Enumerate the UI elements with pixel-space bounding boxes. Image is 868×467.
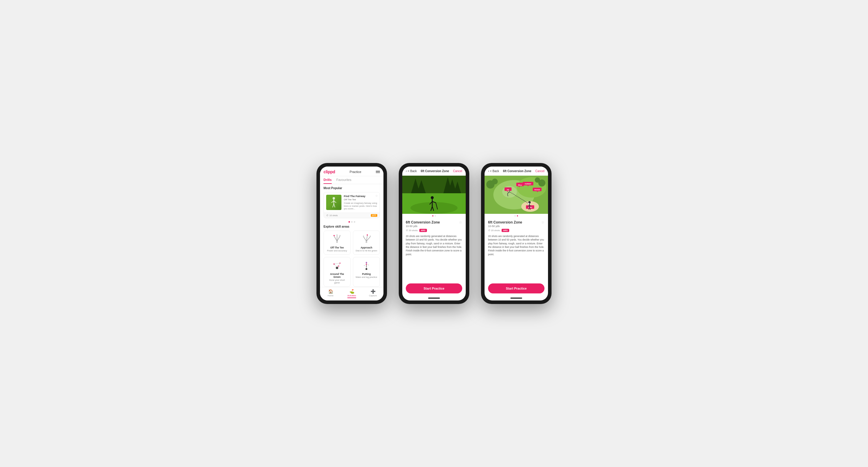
svg-text:SAND: SAND: [528, 206, 532, 208]
nav-home[interactable]: 🏠 Home: [320, 289, 341, 298]
svg-point-17: [363, 236, 364, 237]
start-practice-button-2[interactable]: Start Practice: [488, 283, 545, 293]
drill-category-tag-2: ARG: [502, 229, 509, 232]
svg-point-83: [528, 203, 529, 204]
dot-2[interactable]: [351, 221, 352, 223]
phone-1-screen: clippd Practice Drills Favourites Most P…: [320, 167, 383, 300]
main-content: Most Popular: [320, 184, 383, 287]
svg-line-4: [333, 204, 334, 207]
svg-point-31: [366, 262, 367, 263]
nav-capture[interactable]: ➕ Capture: [362, 289, 383, 298]
shot-count: ⏱ 10 shots: [326, 214, 338, 217]
svg-point-6: [336, 241, 338, 243]
shots-count-2: 20 shots: [491, 229, 500, 232]
svg-point-18: [370, 236, 371, 237]
hamburger-menu-icon[interactable]: [376, 171, 380, 173]
golf-photo: [402, 176, 466, 214]
svg-point-19: [367, 234, 368, 236]
approach-icon: [359, 233, 374, 245]
carousel-dots: [323, 221, 380, 223]
dot-3[interactable]: [354, 221, 355, 223]
drill-distance: 10-50 yds: [406, 225, 440, 228]
svg-point-0: [333, 197, 335, 199]
explore-heading: Explore skill areas: [323, 225, 380, 228]
svg-point-11: [339, 235, 341, 236]
svg-point-34: [368, 265, 369, 266]
drill-distance-2: 10-50 yds: [488, 225, 522, 228]
putting-icon: [359, 260, 374, 271]
drill-image: [402, 176, 466, 214]
skill-off-the-tee[interactable]: Off The Tee Power and accuracy: [323, 231, 350, 255]
svg-text:ROUGH: ROUGH: [534, 189, 540, 191]
shots-meta: ⏱ 20 shots: [406, 229, 417, 232]
tab-bar: Drills Favourites: [320, 176, 383, 184]
off-the-tee-icon: [330, 233, 344, 245]
drill-header-2: ‹ < Back 6ft Conversion Zone Cancel: [485, 167, 548, 176]
svg-point-12: [336, 234, 338, 236]
drill-title: Find The Fairway: [344, 195, 377, 198]
cancel-button-2[interactable]: Cancel: [535, 169, 545, 173]
back-chevron-icon-2: ‹: [488, 169, 489, 173]
skill-around-green[interactable]: Around The Green Hone your short game: [323, 257, 350, 287]
svg-line-26: [334, 263, 340, 264]
skill-putting[interactable]: Putting Make and lag practice: [353, 257, 380, 287]
back-label: < Back: [408, 169, 417, 173]
svg-point-57: [492, 178, 498, 185]
drill-name: 6ft Conversion Zone: [406, 220, 440, 224]
back-button[interactable]: ‹ < Back: [406, 169, 417, 173]
svg-point-10: [334, 235, 335, 236]
around-green-sublabel: Hone your short game: [326, 279, 348, 284]
drill-category-tag: ARG: [419, 229, 427, 232]
phone-2: ‹ < Back 6ft Conversion Zone Cancel: [399, 163, 469, 304]
shots-meta-2: ⏱ 20 shots: [488, 229, 500, 232]
dot-active[interactable]: [432, 215, 433, 216]
phone-2-screen: ‹ < Back 6ft Conversion Zone Cancel: [402, 167, 466, 300]
dot-active-2[interactable]: [517, 215, 518, 216]
svg-text:Miss: Miss: [518, 184, 522, 186]
around-green-icon: [330, 260, 344, 271]
image-carousel-dots-2: [485, 214, 548, 218]
nav-activities[interactable]: ⛳ Activities: [341, 289, 362, 298]
most-popular-heading: Most Popular: [323, 187, 380, 190]
skill-areas-grid: Off The Tee Power and accuracy: [323, 231, 380, 287]
tab-favourites[interactable]: Favourites: [336, 176, 351, 184]
back-button-2[interactable]: ‹ < Back: [488, 169, 499, 173]
dot-inactive-2[interactable]: [515, 215, 516, 216]
svg-point-43: [410, 202, 458, 214]
drill-category: Off The Tee: [344, 198, 377, 201]
clock-icon-2: ⏱: [488, 229, 490, 232]
approach-label: Approach: [361, 246, 372, 249]
start-practice-button[interactable]: Start Practice: [406, 283, 462, 293]
drill-meta: ⏱ 20 shots ARG: [406, 229, 462, 232]
dot-inactive[interactable]: [435, 215, 436, 216]
tab-drills[interactable]: Drills: [323, 176, 332, 184]
bottom-navigation: 🏠 Home ⛳ Activities ➕ Capture: [320, 287, 383, 300]
svg-point-30: [366, 264, 367, 265]
home-indicator: [428, 298, 440, 299]
shots-count: 20 shots: [409, 229, 417, 232]
featured-drill-card[interactable]: Find The Fairway Off The Tee Create an i…: [323, 192, 380, 218]
back-chevron-icon: ‹: [406, 169, 407, 173]
back-label-2: < Back: [490, 169, 499, 173]
svg-line-7: [334, 236, 337, 241]
golf-map: Hit Miss FAIRWAY: [485, 176, 548, 214]
favourite-icon-2[interactable]: ☆: [541, 220, 545, 224]
drill-description-text: 20 shots are randomly generated at dista…: [406, 234, 462, 256]
app-header: clippd Practice: [320, 167, 383, 176]
dot-1[interactable]: [348, 221, 350, 223]
cancel-button[interactable]: Cancel: [453, 169, 462, 173]
image-carousel-dots: [402, 214, 466, 218]
skill-approach[interactable]: Approach Dial-in to hit the green: [353, 231, 380, 255]
drill-content: 6ft Conversion Zone 10-50 yds ☆ ⏱ 20 sho…: [402, 218, 466, 280]
svg-point-28: [366, 268, 367, 270]
svg-line-27: [339, 263, 340, 266]
svg-line-14: [364, 237, 366, 241]
favourite-icon[interactable]: ☆: [375, 194, 378, 197]
drill-thumbnail: [326, 195, 341, 210]
phone-3: ‹ < Back 6ft Conversion Zone Cancel: [481, 163, 552, 304]
drill-map-image: Hit Miss FAIRWAY: [485, 176, 548, 214]
favourite-icon[interactable]: ☆: [459, 220, 462, 224]
home-icon: 🏠: [328, 289, 333, 294]
svg-point-32: [366, 266, 367, 267]
card-footer: ⏱ 10 shots OTT: [324, 213, 380, 218]
